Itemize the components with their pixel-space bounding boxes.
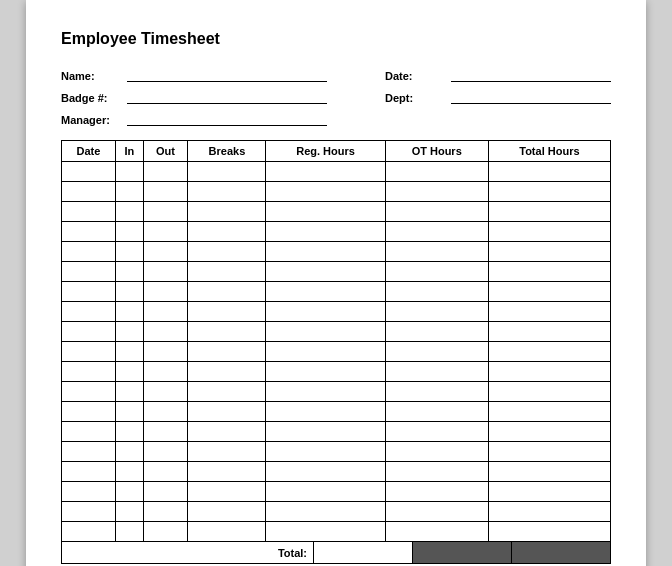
total-cell-ot xyxy=(413,542,512,564)
table-cell xyxy=(62,502,116,522)
table-cell xyxy=(488,202,610,222)
table-cell xyxy=(115,342,143,362)
table-cell xyxy=(385,282,488,302)
table-cell xyxy=(188,202,266,222)
table-cell xyxy=(385,502,488,522)
table-cell xyxy=(143,322,188,342)
table-row xyxy=(62,202,611,222)
table-cell xyxy=(488,182,610,202)
table-cell xyxy=(385,242,488,262)
name-input[interactable] xyxy=(127,66,327,82)
table-cell xyxy=(266,302,385,322)
table-cell xyxy=(385,342,488,362)
table-row xyxy=(62,282,611,302)
table-cell xyxy=(488,302,610,322)
table-cell xyxy=(266,342,385,362)
table-cell xyxy=(143,502,188,522)
date-row: Date: xyxy=(385,66,611,82)
table-cell xyxy=(488,322,610,342)
table-row xyxy=(62,422,611,442)
table-cell xyxy=(385,222,488,242)
table-cell xyxy=(385,362,488,382)
table-cell xyxy=(62,302,116,322)
table-cell xyxy=(115,442,143,462)
timesheet-table-wrapper: Date In Out Breaks Reg. Hours OT Hours T… xyxy=(61,140,611,564)
table-cell xyxy=(266,482,385,502)
page-title: Employee Timesheet xyxy=(61,30,611,48)
table-cell xyxy=(266,362,385,382)
table-cell xyxy=(188,282,266,302)
badge-row: Badge #: xyxy=(61,88,327,104)
table-row xyxy=(62,382,611,402)
table-cell xyxy=(488,522,610,542)
table-cell xyxy=(143,162,188,182)
table-cell xyxy=(62,442,116,462)
table-cell xyxy=(115,322,143,342)
badge-input[interactable] xyxy=(127,88,327,104)
table-cell xyxy=(143,442,188,462)
table-cell xyxy=(488,442,610,462)
table-cell xyxy=(115,422,143,442)
table-cell xyxy=(266,202,385,222)
table-cell xyxy=(143,262,188,282)
table-cell xyxy=(266,162,385,182)
table-cell xyxy=(385,422,488,442)
table-row xyxy=(62,402,611,422)
table-row xyxy=(62,522,611,542)
table-cell xyxy=(188,302,266,322)
table-cell xyxy=(115,502,143,522)
table-cell xyxy=(488,362,610,382)
table-cell xyxy=(62,342,116,362)
col-date: Date xyxy=(62,141,116,162)
table-cell xyxy=(143,182,188,202)
table-cell xyxy=(115,182,143,202)
table-cell xyxy=(188,502,266,522)
date-input[interactable] xyxy=(451,66,611,82)
table-cell xyxy=(115,222,143,242)
table-cell xyxy=(115,522,143,542)
col-breaks: Breaks xyxy=(188,141,266,162)
table-cell xyxy=(115,202,143,222)
manager-row: Manager: xyxy=(61,110,327,126)
table-cell xyxy=(188,382,266,402)
table-row xyxy=(62,242,611,262)
dept-label: Dept: xyxy=(385,92,445,104)
table-header-row: Date In Out Breaks Reg. Hours OT Hours T… xyxy=(62,141,611,162)
table-cell xyxy=(488,422,610,442)
table-cell xyxy=(488,242,610,262)
table-cell xyxy=(266,382,385,402)
table-cell xyxy=(115,282,143,302)
table-cell xyxy=(143,382,188,402)
total-label: Total: xyxy=(61,542,314,564)
table-cell xyxy=(188,402,266,422)
form-right: Date: Dept: xyxy=(385,66,611,126)
table-cell xyxy=(488,462,610,482)
table-cell xyxy=(62,222,116,242)
manager-label: Manager: xyxy=(61,114,121,126)
table-row xyxy=(62,362,611,382)
table-row xyxy=(62,162,611,182)
table-cell xyxy=(385,322,488,342)
table-cell xyxy=(385,382,488,402)
table-cell xyxy=(62,242,116,262)
table-cell xyxy=(62,362,116,382)
table-row xyxy=(62,462,611,482)
form-fields-section: Name: Badge #: Manager: Date: Dept: xyxy=(61,66,611,126)
table-cell xyxy=(188,242,266,262)
table-cell xyxy=(488,502,610,522)
table-cell xyxy=(385,462,488,482)
table-cell xyxy=(488,222,610,242)
table-cell xyxy=(266,182,385,202)
dept-input[interactable] xyxy=(451,88,611,104)
manager-input[interactable] xyxy=(127,110,327,126)
table-row xyxy=(62,442,611,462)
table-cell xyxy=(143,422,188,442)
name-label: Name: xyxy=(61,70,121,82)
table-cell xyxy=(188,322,266,342)
table-cell xyxy=(115,402,143,422)
table-cell xyxy=(266,502,385,522)
col-reg-hours: Reg. Hours xyxy=(266,141,385,162)
table-cell xyxy=(266,222,385,242)
table-cell xyxy=(62,162,116,182)
table-row xyxy=(62,182,611,202)
